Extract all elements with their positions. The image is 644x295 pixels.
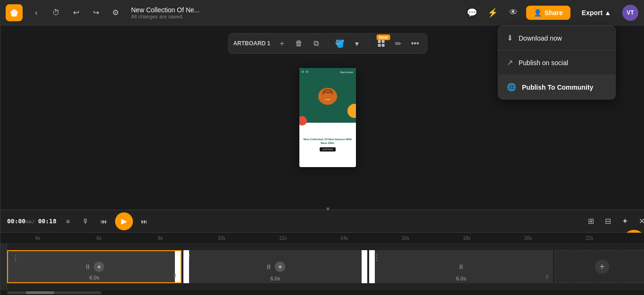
delete-artboard-button[interactable]: 🗑 [292, 36, 306, 51]
microphone-button[interactable]: 🎙 [79, 215, 92, 228]
svg-rect-7 [325, 99, 330, 100]
ruler-mark-12s: 12s [252, 236, 314, 241]
avatar[interactable]: VT [622, 5, 638, 21]
horizontal-scrollbar[interactable] [7, 291, 101, 294]
total-time: 00:18 [38, 218, 57, 225]
save-status: All changes are saved. [131, 14, 460, 19]
timeline-menu-button[interactable]: ≡ [61, 215, 74, 228]
ruler-mark-10s: 10s [191, 236, 252, 241]
ruler-mark-20s: 20s [497, 236, 559, 241]
comment-button[interactable]: 💬 [464, 5, 480, 21]
design-card-top: ❄ ❄ New Arrivals [299, 68, 356, 123]
export-label: Export [582, 9, 603, 17]
timeline-right-buttons: ⊞ ⊟ ✦ ✕ [584, 215, 644, 228]
new-arrivals-text: New Arrivals [340, 71, 353, 74]
svg-rect-4 [381, 44, 384, 47]
ruler-mark-16s: 16s [375, 236, 436, 241]
topbar: ‹ ⏱ ↩ ↪ ⚙ New Collection Of Ne... All ch… [0, 0, 644, 25]
track-2-duration: 6.0s [271, 276, 281, 281]
redo-button[interactable]: ↪ [88, 5, 104, 21]
export-button[interactable]: Export ▲ [575, 6, 618, 20]
publish-social-item[interactable]: ↗ Publish on social [498, 51, 615, 75]
shop-now-btn: SHOP NOW [320, 147, 336, 152]
track-1-add-button[interactable]: + [94, 261, 104, 272]
design-card: ❄ ❄ New Arrivals New Collection Of New S… [299, 68, 356, 167]
svg-rect-6 [324, 92, 331, 93]
lightning-button[interactable]: ⚡ [485, 5, 501, 21]
bag-icon [314, 81, 342, 110]
ruler-mark-14s: 14s [314, 236, 375, 241]
globe-icon: 🌐 [507, 83, 516, 92]
close-timeline-button[interactable]: ✕ [635, 215, 644, 228]
ruler-mark-6s: 6s [68, 236, 130, 241]
back-button[interactable]: ‹ [28, 5, 44, 21]
settings-button[interactable]: ⚙ [107, 5, 124, 21]
history-button[interactable]: ⏱ [48, 5, 64, 21]
ruler-mark-4s: 4s [7, 236, 68, 241]
frame-sep: oo/ [25, 219, 38, 225]
track-1-duration: 6.0s [90, 275, 99, 280]
grid-view-button[interactable]: ⊞ [584, 215, 597, 228]
track-1-mic[interactable]: 🎙 [172, 273, 178, 279]
card-title: New Collection Of New Season With Best O… [302, 138, 353, 145]
adjust-button[interactable]: ⊟ [601, 215, 614, 228]
add-artboard-button[interactable]: ＋ [275, 36, 289, 51]
track-1-pause-icon: ⏸ [84, 263, 91, 270]
track-2[interactable]: 2 ⏸ + 6.0s [183, 250, 367, 283]
circle-orange [347, 104, 356, 118]
download-label: Download now [519, 34, 562, 42]
duplicate-artboard-button[interactable]: ⧉ [309, 36, 323, 51]
track-2-end-bar [362, 250, 367, 283]
smart-tools-wrap: New [374, 36, 388, 51]
track-3-mic[interactable]: 🎙 [545, 274, 550, 280]
design-card-bottom: New Collection Of New Season With Best O… [299, 123, 356, 168]
ruler-mark-18s: 18s [436, 236, 497, 241]
more-options-button[interactable]: ••• [408, 36, 422, 51]
toolbar-divider-2 [369, 38, 369, 49]
download-icon: ⬇ [507, 34, 513, 42]
fill-dropdown-button[interactable]: ▾ [350, 36, 364, 51]
timeline-tracks: ⋮ ⏸ + 6.0s 🎙 2 ⏸ + [0, 243, 644, 290]
magic-button[interactable]: ✦ [618, 215, 631, 228]
track-3-pause-icon: ⏸ [458, 263, 464, 270]
track-3-duration: 6.0s [456, 276, 466, 281]
tracks-content: ⋮ ⏸ + 6.0s 🎙 2 ⏸ + [7, 243, 644, 290]
track-1-more[interactable]: ⋮ [12, 254, 19, 263]
artboard-toolbar: ARTBOARD 1 ＋ 🗑 ⧉ 🪣 ▾ New ✏ • [228, 33, 428, 54]
download-now-item[interactable]: ⬇ Download now [498, 26, 615, 51]
track-2-add-button[interactable]: + [275, 261, 285, 272]
publish-social-label: Publish on social [519, 59, 568, 67]
add-track-button[interactable]: + [595, 260, 609, 274]
track-2-start-bar [183, 250, 189, 283]
ruler-marks: 4s 6s 8s 10s 12s 14s 16s 18s 20s 22s [7, 236, 644, 241]
chevron-up-icon: ▲ [604, 9, 611, 17]
toolbar-divider [328, 38, 328, 49]
artboard-label: ARTBOARD 1 [233, 40, 271, 47]
timeline-left-strip [0, 243, 7, 290]
horizontal-scrollbar-area [0, 290, 644, 295]
undo-button[interactable]: ↩ [68, 5, 84, 21]
fast-forward-button[interactable]: ⏭ [138, 215, 151, 228]
svg-rect-1 [378, 40, 380, 43]
preview-button[interactable]: 👁 [505, 5, 521, 21]
share-arrow-icon: ↗ [507, 58, 513, 67]
pen-tool-button[interactable]: ✏ [391, 36, 405, 51]
snowflakes-decoration: ❄ ❄ [301, 70, 309, 74]
share-button[interactable]: 👤 Share [526, 6, 570, 20]
timeline-collapse-button[interactable]: ▾ [326, 205, 330, 212]
publish-community-item[interactable]: 🌐 Publish To Community [498, 75, 615, 99]
play-button[interactable]: ▶ [115, 212, 133, 230]
fill-tool-button[interactable]: 🪣 [333, 36, 347, 51]
current-time: 00:00oo/ 00:18 [7, 218, 57, 225]
timeline-ruler: 4s 6s 8s 10s 12s 14s 16s 18s 20s 22s [0, 233, 644, 243]
track-3-start-bar [369, 250, 375, 283]
rewind-button[interactable]: ⏮ [97, 215, 110, 228]
svg-rect-2 [381, 40, 384, 43]
new-badge: New [377, 34, 390, 40]
track-3[interactable]: ⋮ ⏸ 6.0s 🎙 [369, 250, 553, 283]
add-track-area[interactable]: + [555, 250, 644, 283]
track-1[interactable]: ⋮ ⏸ + 6.0s 🎙 [7, 250, 182, 283]
app-logo[interactable] [6, 4, 23, 21]
horizontal-scrollbar-thumb[interactable] [26, 291, 54, 294]
export-dropdown: ⬇ Download now ↗ Publish on social 🌐 Pub… [498, 25, 616, 100]
